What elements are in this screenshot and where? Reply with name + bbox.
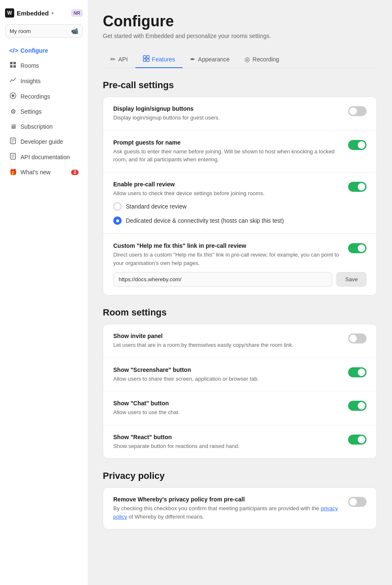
svg-rect-1 [13,62,16,64]
toggle-display-login[interactable] [348,106,367,116]
setting-remove-privacy-desc: By checking this checkbox you confirm th… [113,504,340,521]
setting-react-label: Show "React" button [113,434,340,440]
setting-invite-panel-label: Show invite panel [113,333,340,339]
sidebar-item-subscription[interactable]: 🖥 Subscription [5,120,83,133]
setting-help-link-text: Custom "Help me fix this" link in pre-ca… [113,242,340,267]
setting-pre-call-review-text: Enable pre-call review Allow users to ch… [113,181,340,198]
user-avatar[interactable]: NR [71,9,83,17]
toggle-screenshare-slider [348,367,367,377]
api-tab-icon: ✏ [110,56,116,63]
setting-prompt-guests-label: Prompt guests for name [113,139,340,146]
sidebar-item-insights[interactable]: Insights [5,74,83,88]
chart-icon [9,77,17,85]
toggle-react-slider [348,435,367,445]
svg-rect-17 [147,59,149,61]
sidebar-item-configure[interactable]: </> Configure [5,43,83,57]
toggle-pre-call-review[interactable] [348,182,367,192]
svg-rect-14 [143,56,146,58]
tab-features-label: Features [152,56,175,63]
setting-pre-call-review-desc: Allow users to check their device settin… [113,189,340,198]
setting-react-desc: Show separate button for reactions and r… [113,442,340,450]
setting-pre-call-review-label: Enable pre-call review [113,181,340,188]
toggle-remove-privacy-slider [348,497,367,507]
help-url-input[interactable] [113,272,332,287]
toggle-screenshare[interactable] [348,367,367,377]
toggle-help-link[interactable] [348,243,367,253]
video-icon: 📹 [71,28,78,34]
brand[interactable]: W Embedded ▾ [5,8,53,18]
tab-appearance[interactable]: ✒ Appearance [183,51,237,68]
radio-standard-circle [113,202,122,211]
setting-help-link-header: Custom "Help me fix this" link in pre-ca… [103,234,377,267]
sidebar-item-recordings[interactable]: Recordings [5,89,83,104]
setting-prompt-guests: Prompt guests for name Ask guests to ent… [103,131,377,173]
radio-dedicated[interactable]: Dedicated device & connectivity test (ho… [113,216,367,225]
gift-icon: 🎁 [9,168,17,176]
setting-display-login: Display login/signup buttons Display log… [103,97,377,131]
svg-rect-3 [13,65,16,68]
setting-invite-panel: Show invite panel Let users that are in … [103,324,377,358]
setting-help-link: Custom "Help me fix this" link in pre-ca… [103,234,377,295]
setting-screenshare-label: Show "Screenshare" button [113,366,340,373]
setting-prompt-guests-text: Prompt guests for name Ask guests to ent… [113,139,340,164]
toggle-chat-slider [348,401,367,411]
setting-display-login-text: Display login/signup buttons Display log… [113,105,340,122]
tab-recording-label: Recording [252,56,279,63]
privacy-desc-part1: By checking this checkbox you confirm th… [113,505,321,511]
toggle-chat[interactable] [348,401,367,411]
sidebar-item-api-docs-label: API documentation [20,154,70,160]
setting-chat-text: Show "Chat" button Allow users to use th… [113,400,340,417]
room-settings-section-title: Room settings [103,307,377,318]
setting-remove-privacy-label: Remove Whereby's privacy policy from pre… [113,496,340,503]
setting-display-login-label: Display login/signup buttons [113,105,340,112]
sidebar-item-api-documentation[interactable]: API documentation [5,150,83,164]
pre-call-section-title: Pre-call settings [103,80,377,91]
setting-chat-label: Show "Chat" button [113,400,340,407]
pre-call-radio-group: Standard device review Dedicated device … [103,197,377,234]
setting-invite-panel-text: Show invite panel Let users that are in … [113,333,340,349]
sidebar-item-whats-new[interactable]: 🎁 What's new 2 [5,165,83,179]
page-subtitle: Get started with Embedded and personaliz… [103,33,377,39]
features-tab-icon [143,55,150,63]
sidebar-item-subscription-label: Subscription [20,123,53,130]
brand-chevron-icon: ▾ [51,11,53,15]
toggle-react[interactable] [348,435,367,445]
toggle-invite-panel[interactable] [348,333,367,343]
setting-display-login-desc: Display login/signup buttons for guest u… [113,114,340,122]
svg-rect-2 [10,65,13,68]
setting-invite-panel-desc: Let users that are in a room by themselv… [113,341,340,349]
setting-help-link-desc: Direct users to a custom "Help me fix th… [113,251,340,267]
page-title: Configure [103,13,377,30]
pre-call-card: Display login/signup buttons Display log… [103,97,377,295]
radio-standard[interactable]: Standard device review [113,202,367,211]
setting-help-link-label: Custom "Help me fix this" link in pre-ca… [113,242,340,249]
privacy-card: Remove Whereby's privacy policy from pre… [103,487,377,529]
setting-screenshare-desc: Allow users to share their screen, appli… [113,375,340,383]
room-selector[interactable]: My room 📹 [5,24,83,38]
file-icon [9,137,17,145]
url-input-container: Save [103,267,377,295]
grid-icon [9,61,17,69]
save-help-url-button[interactable]: Save [336,272,367,287]
tab-recording[interactable]: ◎ Recording [237,51,287,68]
sidebar-item-settings[interactable]: ⚙ Settings [5,104,83,119]
toggle-prompt-guests-slider [348,140,367,150]
sidebar-item-whats-new-label: What's new [20,169,51,176]
radio-dedicated-label: Dedicated device & connectivity test (ho… [126,217,284,224]
setting-remove-privacy: Remove Whereby's privacy policy from pre… [103,488,377,529]
tab-api[interactable]: ✏ API [103,51,135,68]
sidebar-header: W Embedded ▾ NR [5,7,83,19]
sidebar-item-configure-label: Configure [20,47,48,54]
toggle-prompt-guests[interactable] [348,140,367,150]
tab-features[interactable]: Features [135,51,183,68]
privacy-desc-part3: of Whereby by different means. [127,514,204,520]
sidebar-item-developer-guide[interactable]: Developer guide [5,134,83,149]
setting-chat: Show "Chat" button Allow users to use th… [103,392,377,425]
url-input-group: Save [113,272,367,287]
setting-react-text: Show "React" button Show separate button… [113,434,340,450]
tab-appearance-label: Appearance [198,56,230,63]
room-settings-card: Show invite panel Let users that are in … [103,324,377,459]
sidebar-item-recordings-label: Recordings [20,93,50,100]
sidebar-item-rooms[interactable]: Rooms [5,58,83,73]
toggle-remove-privacy[interactable] [348,497,367,507]
